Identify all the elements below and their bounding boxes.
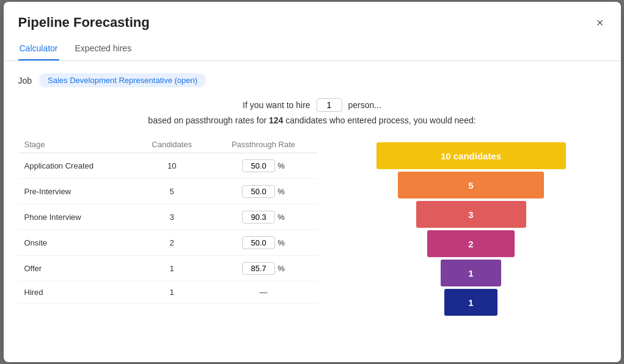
candidates-cell: 5 <box>134 179 209 205</box>
job-label: Job <box>18 76 32 86</box>
rate-cell[interactable]: % <box>209 230 317 256</box>
rate-input[interactable] <box>242 159 275 172</box>
rate-input[interactable] <box>242 211 275 224</box>
candidate-count: 124 <box>269 115 283 125</box>
hire-count-input[interactable] <box>317 98 342 112</box>
close-button[interactable]: × <box>594 14 606 31</box>
modal-body: Job Sales Development Representative (op… <box>4 61 621 328</box>
pipeline-table: Stage Candidates Passthrough Rate Applic… <box>18 136 318 304</box>
col-stage: Stage <box>18 136 134 153</box>
percent-label: % <box>277 238 285 247</box>
funnel-bar: 1 <box>444 289 497 316</box>
rate-cell: — <box>209 282 317 304</box>
table-row: Application Created10% <box>18 153 318 179</box>
content-area: Stage Candidates Passthrough Rate Applic… <box>18 136 606 316</box>
percent-label: % <box>277 264 285 273</box>
tab-calculator[interactable]: Calculator <box>18 38 59 60</box>
rate-cell[interactable]: % <box>209 205 317 230</box>
job-row: Job Sales Development Representative (op… <box>18 73 606 87</box>
rate-cell[interactable]: % <box>209 153 317 179</box>
stage-cell: Pre-Interview <box>18 179 134 205</box>
hire-line2-prefix: based on passthrough rates for <box>148 115 266 125</box>
table-row: Offer1% <box>18 256 318 282</box>
rate-cell[interactable]: % <box>209 179 317 205</box>
candidates-cell: 3 <box>134 205 209 230</box>
funnel-bar: 3 <box>416 201 526 228</box>
funnel-bar: 1 <box>441 260 501 286</box>
modal: Pipeline Forecasting × Calculator Expect… <box>4 2 621 362</box>
candidates-cell: 1 <box>134 282 209 304</box>
rate-input[interactable] <box>242 262 275 275</box>
stage-cell: Onsite <box>18 230 134 256</box>
col-rate: Passthrough Rate <box>209 136 317 153</box>
modal-title: Pipeline Forecasting <box>18 15 150 31</box>
table-row: Phone Interview3% <box>18 205 318 230</box>
candidates-cell: 2 <box>134 230 209 256</box>
funnel-bar: 2 <box>427 230 515 257</box>
rate-input[interactable] <box>242 236 275 249</box>
stage-cell: Hired <box>18 282 134 304</box>
candidates-cell: 1 <box>134 256 209 282</box>
stage-cell: Offer <box>18 256 134 282</box>
job-tag[interactable]: Sales Development Representative (open) <box>39 73 206 87</box>
candidates-cell: 10 <box>134 153 209 179</box>
stage-cell: Application Created <box>18 153 134 179</box>
hire-line2-suffix: candidates who entered process, you woul… <box>285 115 475 125</box>
percent-label: % <box>277 161 285 170</box>
hire-suffix: person... <box>348 100 381 110</box>
stage-cell: Phone Interview <box>18 205 134 230</box>
funnel-bar: 5 <box>398 172 544 198</box>
funnel-section: 10 candidates53211 <box>336 136 606 316</box>
percent-label: % <box>277 213 285 222</box>
hire-sentence-2: based on passthrough rates for 124 candi… <box>18 115 606 125</box>
funnel-bar: 10 candidates <box>376 142 566 169</box>
table-section: Stage Candidates Passthrough Rate Applic… <box>18 136 318 316</box>
modal-header: Pipeline Forecasting × <box>4 2 621 31</box>
col-candidates: Candidates <box>134 136 209 153</box>
hire-prefix: If you want to hire <box>243 100 310 110</box>
tab-expected-hires[interactable]: Expected hires <box>74 38 133 60</box>
rate-input[interactable] <box>242 185 275 198</box>
rate-cell[interactable]: % <box>209 256 317 282</box>
hire-sentence-1: If you want to hire person... <box>18 98 606 112</box>
table-row: Onsite2% <box>18 230 318 256</box>
table-row: Hired1— <box>18 282 318 304</box>
percent-label: % <box>277 187 285 196</box>
modal-overlay: Pipeline Forecasting × Calculator Expect… <box>0 0 624 364</box>
table-row: Pre-Interview5% <box>18 179 318 205</box>
tabs-bar: Calculator Expected hires <box>4 31 621 61</box>
